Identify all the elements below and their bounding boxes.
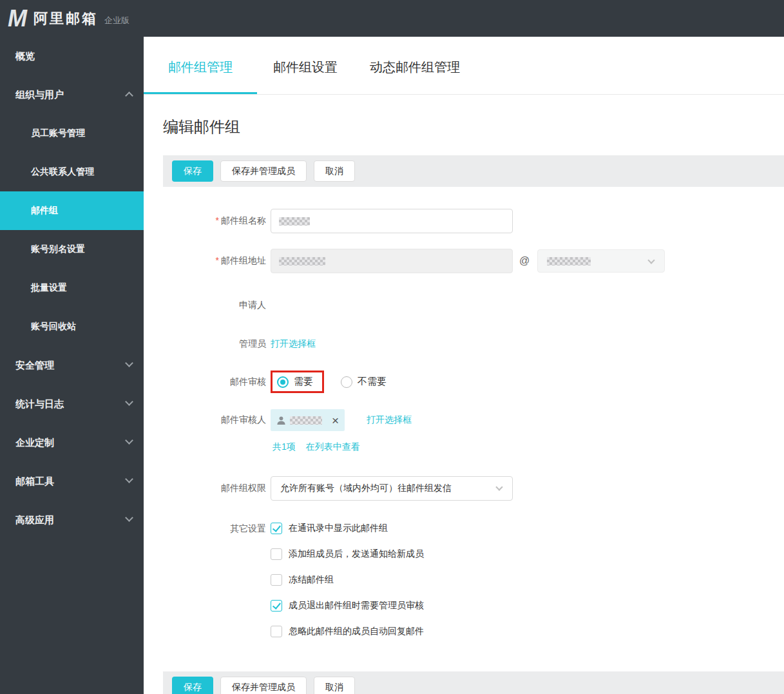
group-name-label: *邮件组名称 (163, 215, 271, 227)
chevron-down-icon (495, 483, 502, 490)
app-header: M 阿里邮箱 企业版 (0, 0, 784, 37)
other-settings-options: 在通讯录中显示此邮件组 添加组成员后，发送通知给新成员 冻结邮件组 成员退出邮件… (271, 522, 424, 651)
remove-reviewer-icon[interactable]: × (332, 414, 339, 427)
tab-dynamic-mail-group[interactable]: 动态邮件组管理 (354, 41, 476, 94)
alimail-logo-icon: M (8, 7, 26, 30)
toolbar-bottom: 保存 保存并管理成员 取消 (163, 671, 784, 694)
view-in-list-link[interactable]: 在列表中查看 (306, 441, 360, 453)
reviewer-chip: × (271, 409, 345, 431)
tab-mail-group-management[interactable]: 邮件组管理 (144, 41, 257, 94)
checkbox-checked-icon[interactable] (271, 600, 282, 612)
save-and-manage-members-button-bottom[interactable]: 保存并管理成员 (220, 677, 307, 694)
review-required-radio[interactable]: 需要 (277, 376, 313, 388)
reviewer-count-text: 共1项 (272, 441, 296, 453)
radio-unselected-icon[interactable] (341, 376, 352, 388)
sidebar-item-mail-tools[interactable]: 邮箱工具 (0, 462, 144, 501)
page-title: 编辑邮件组 (163, 117, 784, 137)
edition-badge: 企业版 (104, 15, 129, 26)
sidebar-item-mail-groups[interactable]: 邮件组 (0, 191, 144, 230)
chevron-down-icon (125, 514, 133, 522)
group-name-input[interactable] (271, 209, 513, 233)
sidebar-item-batch-settings[interactable]: 批量设置 (0, 269, 144, 307)
redacted-group-address (279, 257, 325, 265)
checkbox-unchecked-icon[interactable] (271, 574, 282, 586)
save-and-manage-members-button[interactable]: 保存并管理成员 (220, 160, 307, 182)
sidebar-item-stats-logs[interactable]: 统计与日志 (0, 385, 144, 423)
tab-bar: 邮件组管理 邮件组设置 动态邮件组管理 (144, 37, 784, 95)
checkbox-show-in-contacts[interactable]: 在通讯录中显示此邮件组 (271, 522, 424, 535)
toolbar-top: 保存 保存并管理成员 取消 (163, 155, 784, 187)
chevron-down-icon (125, 398, 133, 406)
sidebar-item-org-users[interactable]: 组织与用户 (0, 75, 144, 114)
cancel-button-bottom[interactable]: 取消 (314, 677, 355, 694)
admin-open-selector-link[interactable]: 打开选择框 (271, 338, 316, 350)
save-button-bottom[interactable]: 保存 (172, 677, 213, 694)
group-address-label: *邮件组地址 (163, 255, 271, 267)
tab-mail-group-settings[interactable]: 邮件组设置 (257, 41, 354, 94)
chevron-down-icon (125, 359, 133, 367)
mail-review-label: 邮件审核 (163, 376, 271, 388)
admin-label: 管理员 (163, 338, 271, 350)
redacted-group-name (279, 217, 310, 226)
other-settings-label: 其它设置 (163, 522, 271, 535)
group-permission-value: 允许所有账号（域内外均可）往邮件组发信 (280, 483, 452, 494)
checkbox-notify-new-members[interactable]: 添加组成员后，发送通知给新成员 (271, 548, 424, 561)
edit-mail-group-form: *邮件组名称 *邮件组地址 @ 申请人 管理员 打开选择框 (144, 209, 784, 651)
redacted-domain (547, 257, 591, 265)
reviewer-open-selector-link[interactable]: 打开选择框 (367, 414, 412, 426)
save-button[interactable]: 保存 (172, 160, 213, 182)
chevron-down-icon (648, 256, 655, 264)
group-permission-label: 邮件组权限 (163, 483, 271, 494)
group-address-input (271, 249, 513, 273)
product-name: 阿里邮箱 (33, 9, 98, 28)
sidebar-item-employee-accounts[interactable]: 员工账号管理 (0, 114, 144, 153)
person-icon (276, 416, 286, 425)
chevron-down-icon (125, 475, 133, 483)
applicant-label: 申请人 (163, 300, 271, 311)
checkbox-unchecked-icon[interactable] (271, 626, 282, 637)
review-not-required-radio[interactable]: 不需要 (341, 376, 387, 388)
checkbox-checked-icon[interactable] (271, 523, 282, 534)
chevron-down-icon (125, 436, 133, 445)
checkbox-freeze-group[interactable]: 冻结邮件组 (271, 574, 424, 586)
group-permission-select[interactable]: 允许所有账号（域内外均可）往邮件组发信 (271, 476, 513, 501)
sidebar-item-security[interactable]: 安全管理 (0, 346, 144, 385)
at-sign: @ (519, 255, 530, 267)
annotation-highlight-box: 需要 (271, 371, 324, 393)
redacted-reviewer-name (290, 416, 322, 425)
radio-selected-icon[interactable] (277, 376, 289, 388)
sidebar-item-enterprise-custom[interactable]: 企业定制 (0, 423, 144, 462)
sidebar-item-advanced-apps[interactable]: 高级应用 (0, 501, 144, 539)
sidebar-item-overview[interactable]: 概览 (0, 37, 144, 75)
checkbox-unchecked-icon[interactable] (271, 548, 282, 560)
domain-select (537, 249, 665, 273)
chevron-up-icon (125, 92, 133, 100)
checkbox-ignore-auto-reply[interactable]: 忽略此邮件组的成员自动回复邮件 (271, 625, 424, 638)
sidebar-item-account-alias[interactable]: 账号别名设置 (0, 230, 144, 269)
sidebar: 概览 组织与用户 员工账号管理 公共联系人管理 邮件组 账号别名设置 批量设置 … (0, 37, 144, 694)
reviewer-label: 邮件审核人 (163, 414, 271, 426)
checkbox-exit-requires-review[interactable]: 成员退出邮件组时需要管理员审核 (271, 599, 424, 612)
cancel-button[interactable]: 取消 (314, 160, 355, 182)
sidebar-item-account-recycle[interactable]: 账号回收站 (0, 307, 144, 346)
main-content: 邮件组管理 邮件组设置 动态邮件组管理 编辑邮件组 保存 保存并管理成员 取消 … (144, 37, 784, 694)
sidebar-item-public-contacts[interactable]: 公共联系人管理 (0, 153, 144, 191)
